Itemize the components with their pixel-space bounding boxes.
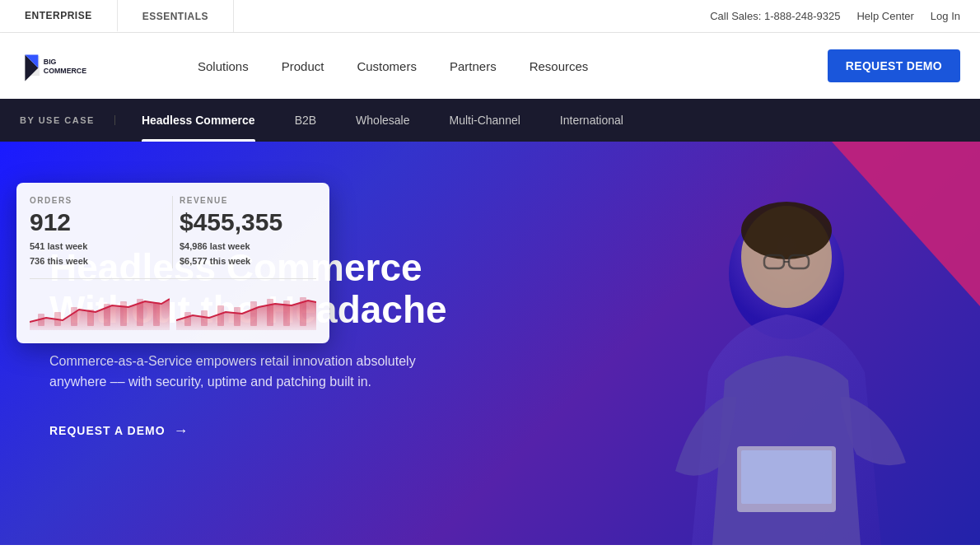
orders-col: ORDERS 912 541 last week 736 this week <box>30 196 173 268</box>
bigcommerce-logo: BIG COMMERCE <box>20 49 152 82</box>
analytics-charts <box>30 289 316 330</box>
hero-subtitle: Commerce-as-a-Service empowers retail in… <box>49 351 445 393</box>
revenue-label: REVENUE <box>180 196 310 205</box>
svg-rect-8 <box>87 310 94 326</box>
svg-rect-20 <box>300 297 306 326</box>
svg-point-23 <box>741 202 832 259</box>
person-illustration <box>609 142 964 545</box>
orders-value: 912 <box>30 208 166 236</box>
revenue-last-week-label: last week <box>210 241 250 251</box>
orders-this-week-val: 736 <box>30 256 44 266</box>
arrow-icon: → <box>174 422 189 440</box>
nav-customers[interactable]: Customers <box>343 53 430 80</box>
svg-rect-13 <box>184 312 191 326</box>
hero-cta-text: REQUEST A DEMO <box>49 424 166 437</box>
main-nav: BIG COMMERCE Solutions Product Customers… <box>0 33 980 99</box>
svg-rect-28 <box>741 450 832 504</box>
svg-rect-10 <box>120 301 127 326</box>
svg-rect-18 <box>267 299 273 326</box>
login-link[interactable]: Log In <box>931 10 960 22</box>
top-bar-tabs: ENTERPRISE ESSENTIALS <box>0 0 234 32</box>
revenue-chart <box>176 289 316 330</box>
nav-solutions[interactable]: Solutions <box>184 53 262 80</box>
svg-rect-19 <box>283 300 290 326</box>
person-svg <box>609 142 964 545</box>
use-case-items: Headless Commerce B2B Wholesale Multi-Ch… <box>122 99 643 142</box>
use-case-international[interactable]: International <box>540 99 643 142</box>
revenue-value: $455,355 <box>180 208 310 236</box>
svg-text:COMMERCE: COMMERCE <box>44 67 86 75</box>
request-demo-button[interactable]: REQUEST DEMO <box>828 49 960 82</box>
tab-enterprise[interactable]: ENTERPRISE <box>0 0 118 32</box>
revenue-col: REVENUE $455,355 $4,986 last week $6,577… <box>173 196 316 268</box>
revenue-this-week-label: this week <box>210 256 251 266</box>
svg-rect-9 <box>104 304 110 326</box>
nav-resources[interactable]: Resources <box>516 53 602 80</box>
revenue-this-week-val: $6,577 <box>180 256 208 266</box>
revenue-stats: $4,986 last week $6,577 this week <box>180 240 310 268</box>
nav-product[interactable]: Product <box>268 53 338 80</box>
orders-label: ORDERS <box>30 196 166 205</box>
use-case-headless[interactable]: Headless Commerce <box>122 99 275 142</box>
svg-rect-12 <box>153 302 160 326</box>
use-case-wholesale[interactable]: Wholesale <box>336 99 429 142</box>
hero-cta-link[interactable]: REQUEST A DEMO → <box>49 422 189 440</box>
orders-last-week-val: 541 <box>30 241 44 251</box>
use-case-label: BY USE CASE <box>20 115 115 125</box>
svg-rect-7 <box>71 307 77 326</box>
phone-number: Call Sales: 1-888-248-9325 <box>710 10 840 22</box>
use-case-multichannel[interactable]: Multi-Channel <box>429 99 539 142</box>
nav-partners[interactable]: Partners <box>436 53 510 80</box>
logo-area[interactable]: BIG COMMERCE <box>20 49 152 82</box>
help-center-link[interactable]: Help Center <box>856 10 913 22</box>
svg-rect-11 <box>137 299 143 326</box>
analytics-card: ORDERS 912 541 last week 736 this week R… <box>16 183 329 343</box>
hero-section: Headless CommerceWithout the Headache Co… <box>0 142 980 545</box>
svg-text:BIG: BIG <box>44 58 57 66</box>
revenue-last-week-val: $4,986 <box>180 241 208 251</box>
svg-rect-14 <box>201 310 208 326</box>
orders-chart <box>30 289 170 330</box>
use-case-b2b[interactable]: B2B <box>275 99 336 142</box>
svg-rect-15 <box>217 305 224 326</box>
nav-links: Solutions Product Customers Partners Res… <box>184 53 828 80</box>
top-bar-right: Call Sales: 1-888-248-9325 Help Center L… <box>710 10 980 22</box>
orders-stats: 541 last week 736 this week <box>30 240 166 268</box>
use-case-nav: BY USE CASE Headless Commerce B2B Wholes… <box>0 99 980 142</box>
svg-rect-6 <box>54 312 61 326</box>
svg-rect-17 <box>250 301 257 326</box>
orders-last-week-label: last week <box>47 241 87 251</box>
top-bar: ENTERPRISE ESSENTIALS Call Sales: 1-888-… <box>0 0 980 33</box>
orders-this-week-label: this week <box>47 256 88 266</box>
tab-essentials[interactable]: ESSENTIALS <box>118 0 234 32</box>
analytics-header: ORDERS 912 541 last week 736 this week R… <box>30 196 316 279</box>
svg-rect-16 <box>234 307 240 326</box>
svg-rect-5 <box>38 314 44 326</box>
